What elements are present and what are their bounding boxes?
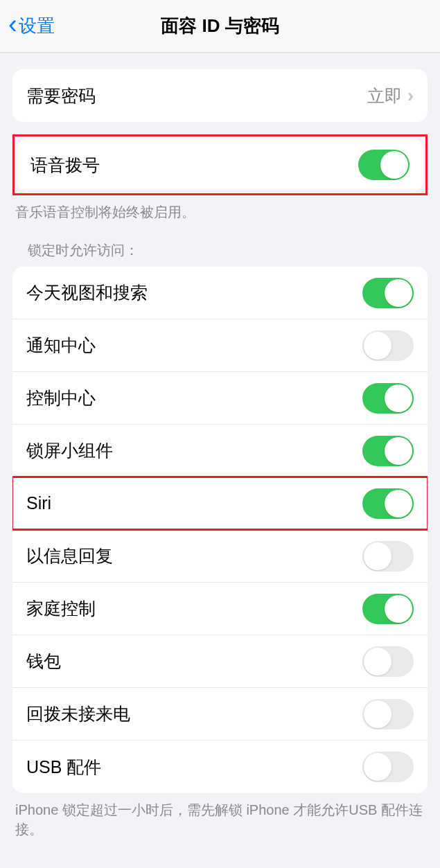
chevron-left-icon: ‹ bbox=[8, 10, 17, 39]
voice-dial-footer: 音乐语音控制将始终被启用。 bbox=[0, 195, 440, 222]
lock-access-toggle[interactable] bbox=[362, 383, 414, 414]
lock-access-toggle[interactable] bbox=[362, 436, 414, 466]
lock-access-label: USB 配件 bbox=[26, 756, 101, 779]
lock-access-label: 回拨未接来电 bbox=[26, 702, 130, 725]
lock-access-row: 今天视图和搜索 bbox=[12, 267, 428, 319]
lock-access-footer: iPhone 锁定超过一小时后，需先解锁 iPhone 才能允许USB 配件连接… bbox=[0, 793, 440, 839]
lock-access-label: 以信息回复 bbox=[26, 544, 113, 567]
lock-access-toggle[interactable] bbox=[362, 541, 414, 572]
require-passcode-value: 立即 bbox=[367, 85, 402, 107]
voice-dial-toggle[interactable] bbox=[358, 150, 410, 180]
lock-access-row: 家庭控制 bbox=[12, 583, 428, 635]
lock-access-header: 锁定时允许访问： bbox=[12, 241, 428, 267]
back-label: 设置 bbox=[19, 14, 55, 38]
lock-access-toggle[interactable] bbox=[362, 594, 414, 624]
nav-header: ‹ 设置 面容 ID 与密码 bbox=[0, 0, 440, 53]
lock-access-row: 控制中心 bbox=[12, 372, 428, 425]
lock-access-toggle[interactable] bbox=[362, 330, 414, 361]
lock-access-row: 以信息回复 bbox=[12, 530, 428, 583]
lock-access-label: 钱包 bbox=[26, 650, 61, 673]
page-title: 面容 ID 与密码 bbox=[161, 14, 279, 38]
voice-dial-highlight: 语音拨号 bbox=[12, 134, 428, 195]
lock-access-label: 控制中心 bbox=[26, 387, 96, 409]
lock-access-label: 锁屏小组件 bbox=[26, 439, 113, 462]
lock-access-row: USB 配件 bbox=[12, 741, 428, 793]
lock-access-label: 通知中心 bbox=[26, 334, 96, 357]
chevron-right-icon: › bbox=[407, 85, 414, 107]
lock-access-label: 今天视图和搜索 bbox=[26, 281, 148, 304]
lock-access-toggle[interactable] bbox=[362, 699, 414, 729]
require-passcode-section: 需要密码 立即 › bbox=[12, 69, 428, 122]
require-passcode-row[interactable]: 需要密码 立即 › bbox=[12, 69, 428, 122]
require-passcode-label: 需要密码 bbox=[26, 85, 96, 107]
voice-dial-label: 语音拨号 bbox=[30, 154, 100, 177]
lock-access-label: Siri bbox=[26, 493, 51, 513]
lock-access-label: 家庭控制 bbox=[26, 597, 96, 620]
lock-access-section: 锁定时允许访问： 今天视图和搜索通知中心控制中心锁屏小组件Siri以信息回复家庭… bbox=[12, 241, 428, 793]
lock-access-toggle[interactable] bbox=[362, 646, 414, 677]
lock-access-row: 钱包 bbox=[12, 635, 428, 688]
lock-access-row: Siri bbox=[12, 477, 428, 530]
lock-access-row: 锁屏小组件 bbox=[12, 425, 428, 477]
voice-dial-row: 语音拨号 bbox=[17, 139, 423, 191]
lock-access-row: 回拨未接来电 bbox=[12, 688, 428, 741]
lock-access-row: 通知中心 bbox=[12, 319, 428, 372]
lock-access-toggle[interactable] bbox=[362, 278, 414, 308]
lock-access-toggle[interactable] bbox=[362, 752, 414, 782]
back-button[interactable]: ‹ 设置 bbox=[0, 12, 55, 39]
lock-access-toggle[interactable] bbox=[362, 488, 414, 519]
